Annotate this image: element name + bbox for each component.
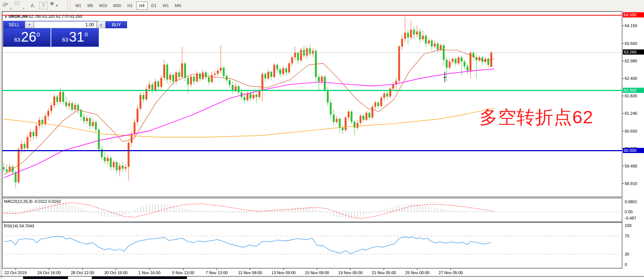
candle-body [297,52,299,60]
candle-body [407,33,409,38]
buy-price-tile[interactable]: 63 31 0 [51,28,98,46]
candle-body [357,123,359,128]
candle-body [378,103,379,106]
candle-body [21,144,23,149]
candle-body [386,94,388,97]
symbol-name: UKOil-,H4 [9,14,27,19]
candle-body [33,132,35,136]
candle-body [92,122,94,126]
candle-body [113,162,115,167]
candle-body [381,98,382,106]
time-axis-label: 5 Nov 13:00 [172,270,194,275]
candle-body [27,137,29,148]
chart-annotation-text: 多空转折点62 [479,105,593,130]
candle-body [143,95,145,100]
candle-body [89,118,91,126]
candle-body [161,78,162,87]
candle-body [65,102,67,106]
candle-body [68,103,70,106]
candle-body [211,75,213,82]
candle-body [107,158,109,161]
candle-body [392,84,394,88]
candle-body [122,166,124,169]
price-axis-label: 59.490 [625,164,637,168]
candle-body [348,111,350,117]
candle-body [485,59,486,62]
candle-body [259,91,260,97]
candle-body [342,128,344,130]
candle-body [247,94,249,100]
sell-price-main: 26 [21,30,36,44]
candle-body [404,33,406,39]
buy-button[interactable]: BUY [106,21,127,28]
candle-body [416,32,418,35]
candle-body [140,95,142,109]
candle-body [166,65,168,80]
candle-body [250,94,252,98]
candle-body [401,39,403,46]
candle-body [345,117,347,130]
candle-body [36,126,38,136]
candle-body [375,103,376,107]
candle-body [110,158,112,167]
candle-body [458,57,460,63]
candle-body [410,30,412,38]
candle-body [137,108,139,122]
trading-terminal-window: E F A T ▼ M1M5M15M30H1H4D1W1MN ▲ UKOil-,… [0,0,644,279]
volume-input[interactable] [34,21,97,28]
candle-body [241,92,243,97]
candle-body [158,81,159,87]
candle-body [205,72,207,77]
price-axis-label: 62.980 [625,59,637,63]
candle-body [152,84,153,90]
buy-price-main: 31 [69,30,84,44]
candle-body [45,116,46,124]
price-axis-label: 62.400 [625,76,637,81]
candle-body [77,105,79,110]
candle-body [199,74,201,79]
candle-body [271,72,272,77]
time-axis-label: 21 Nov 05:00 [372,270,396,275]
candle-body [128,143,130,167]
candle-body [327,90,329,103]
candle-body [300,50,302,60]
candle-body [306,48,308,55]
candle-body [363,116,365,120]
candle-body [354,122,356,128]
macd-axis-label: 0.6801 [625,199,637,204]
sell-price-tile[interactable]: 63 26 0 [3,28,51,46]
price-axis-badge: 64.500 [623,12,644,17]
candle-body [24,144,26,148]
candle-body [223,68,225,76]
candle-body [187,78,189,85]
price-axis-label: 61.240 [625,111,637,116]
candle-body [48,111,49,116]
time-axis-label: 15 Nov 09:00 [305,270,329,275]
candle-body [431,40,433,46]
candle-body [437,43,439,49]
time-axis-label: 27 Nov 05:00 [438,270,463,275]
price-axis-label: 60.650 [625,129,637,133]
candle-body [360,116,362,123]
collapse-triangle-icon[interactable]: ▲ [4,15,7,18]
volume-increase-button[interactable]: ▲ [97,21,106,28]
candle-body [51,106,52,111]
volume-decrease-button[interactable]: ▼ [25,21,34,28]
sell-button[interactable]: SELL [3,21,25,28]
candle-body [336,119,338,122]
macd-label: MACD(12,26,9) -0.0112 0.0162 [4,199,61,204]
candle-body [351,111,353,122]
candle-body [59,92,61,102]
candle-body [83,117,85,121]
candle-body [285,68,287,72]
candle-body [74,105,76,110]
time-axis-label: 11 Nov 08:00 [238,270,262,275]
candle-body [279,69,281,74]
candle-body [6,169,8,172]
candle-body [434,43,436,46]
candle-body [54,97,55,106]
candle-body [30,132,32,137]
symbol-ohlc-readout[interactable]: ▲ UKOil-,H4 62.780 63.320 62.770 63.260 [4,14,82,19]
candle-body [389,89,391,97]
candle-body [193,77,195,81]
